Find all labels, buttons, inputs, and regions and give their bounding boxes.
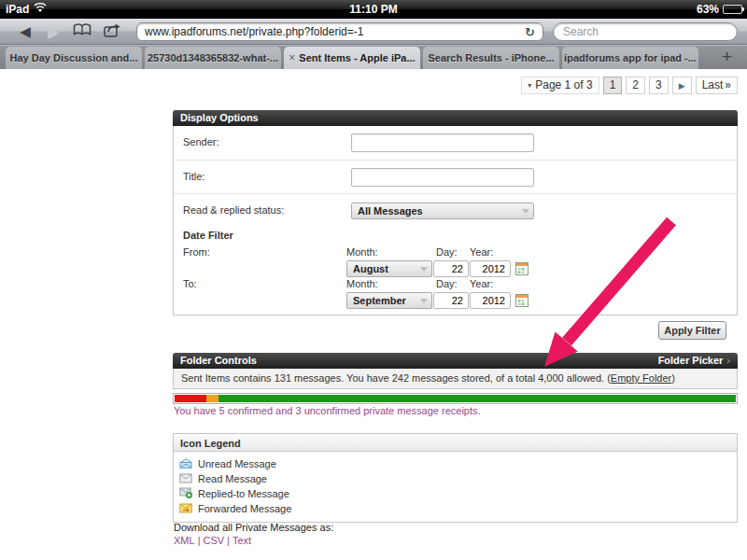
display-options-header: Display Options bbox=[173, 110, 738, 126]
usage-segment-warning bbox=[206, 395, 218, 402]
share-button[interactable] bbox=[97, 22, 127, 41]
to-label: To: bbox=[183, 278, 197, 289]
legend-item-replied: Replied-to Message bbox=[179, 486, 731, 501]
page-content: ▾ Page 1 of 3 1 2 3 ▶ Last» Display Opti… bbox=[0, 69, 747, 560]
search-input[interactable] bbox=[553, 22, 738, 41]
sender-label: Sender: bbox=[183, 136, 219, 147]
sender-input[interactable] bbox=[351, 133, 534, 152]
download-section: Download all Private Messages as: XML|CS… bbox=[174, 521, 333, 547]
page-3-button[interactable]: 3 bbox=[649, 77, 669, 94]
chevron-down-icon bbox=[416, 293, 431, 308]
from-month-select[interactable]: August bbox=[346, 260, 432, 277]
calendar-icon[interactable] bbox=[515, 262, 529, 275]
legend-label: Unread Message bbox=[198, 458, 276, 469]
legend-item-read: Read Message bbox=[179, 471, 731, 486]
download-text-link[interactable]: Text bbox=[233, 535, 251, 546]
tab-sent-items-active[interactable]: × Sent Items - Apple iPa... bbox=[284, 47, 420, 69]
page-info-dropdown[interactable]: ▾ Page 1 of 3 bbox=[521, 77, 599, 94]
to-month-select[interactable]: September bbox=[346, 292, 432, 309]
icon-legend-header: Icon Legend bbox=[173, 433, 738, 452]
next-page-button[interactable]: ▶ bbox=[672, 77, 692, 94]
page-info-label: Page 1 of 3 bbox=[535, 77, 592, 93]
reload-icon[interactable]: ↻ bbox=[525, 25, 535, 39]
replied-message-icon bbox=[179, 487, 192, 500]
from-year-input[interactable] bbox=[470, 260, 511, 277]
next-page-icon: ▶ bbox=[679, 81, 685, 91]
separator: | bbox=[198, 535, 201, 546]
legend-item-forwarded: Forwarded Message bbox=[179, 501, 731, 516]
book-icon bbox=[73, 23, 92, 40]
page-2-button[interactable]: 2 bbox=[626, 77, 645, 94]
folder-controls-panel: Folder Controls Folder Picker › Sent Ite… bbox=[173, 353, 738, 404]
download-csv-link[interactable]: CSV bbox=[203, 535, 224, 546]
unread-message-icon bbox=[179, 458, 192, 470]
tab-label: Sent Items - Apple iPa... bbox=[299, 52, 415, 63]
back-button[interactable]: ◀ bbox=[11, 23, 39, 40]
legend-label: Forwarded Message bbox=[198, 503, 291, 514]
icon-legend-panel: Icon Legend Unread Message bbox=[173, 433, 738, 523]
last-page-button[interactable]: Last» bbox=[696, 77, 738, 94]
tab-search-results[interactable]: Search Results - iPhone... bbox=[423, 47, 559, 69]
date-filter-panel: Date Filter From: Month: Day: Year: Augu… bbox=[173, 224, 738, 315]
download-xml-link[interactable]: XML bbox=[174, 535, 195, 546]
title-label: Title: bbox=[183, 171, 204, 182]
url-text: www.ipadforums.net/private.php?folderid=… bbox=[145, 25, 525, 38]
to-day-input[interactable] bbox=[433, 292, 469, 309]
search-field[interactable] bbox=[553, 22, 738, 41]
download-label: Download all Private Messages as: bbox=[174, 521, 333, 534]
tab-25730d[interactable]: 25730d1348365832-what-... bbox=[145, 47, 281, 69]
month-label: Month: bbox=[346, 246, 378, 258]
folder-controls-header: Folder Controls Folder Picker › bbox=[173, 353, 738, 369]
storage-usage-bar bbox=[173, 393, 738, 404]
read-message-icon bbox=[179, 473, 192, 485]
day-label: Day: bbox=[436, 246, 458, 258]
display-options-panel: Display Options Sender: Title: Read & re… bbox=[173, 110, 738, 228]
chevron-down-icon: ▾ bbox=[528, 77, 531, 93]
to-year-input[interactable] bbox=[470, 292, 511, 309]
tab-hay-day[interactable]: Hay Day Discussion and... bbox=[6, 47, 142, 69]
apply-filter-button[interactable]: Apply Filter bbox=[658, 321, 726, 340]
legend-item-unread: Unread Message bbox=[179, 456, 731, 471]
chevron-down-icon bbox=[416, 261, 431, 276]
tab-bar: Hay Day Discussion and... 25730d13483658… bbox=[0, 45, 747, 69]
summary-text: ) bbox=[671, 372, 675, 384]
status-select-value: All Messages bbox=[352, 205, 518, 217]
url-bar[interactable]: www.ipadforums.net/private.php?folderid=… bbox=[136, 22, 543, 41]
title-row: Title: bbox=[174, 160, 737, 193]
title-input[interactable] bbox=[351, 168, 534, 187]
year-label: Year: bbox=[470, 278, 493, 289]
day-label: Day: bbox=[436, 278, 458, 289]
panel-title: Display Options bbox=[180, 110, 259, 126]
date-filter-title: Date Filter bbox=[183, 230, 233, 241]
close-tab-icon[interactable]: × bbox=[289, 51, 295, 64]
last-label: Last bbox=[702, 78, 724, 91]
status-select[interactable]: All Messages bbox=[351, 203, 534, 219]
folder-picker-button[interactable]: Folder Picker › bbox=[658, 353, 730, 369]
screen: iPad 11:10 PM 63% ◀ ▶ bbox=[0, 0, 747, 560]
month-label: Month: bbox=[346, 278, 378, 289]
page-1-button[interactable]: 1 bbox=[603, 77, 623, 94]
tab-label: Hay Day Discussion and... bbox=[10, 52, 138, 63]
forward-button[interactable]: ▶ bbox=[39, 23, 67, 40]
browser-toolbar: ◀ ▶ www.ipadforums.net/private.php?folde… bbox=[0, 19, 747, 45]
legend-label: Replied-to Message bbox=[198, 488, 289, 499]
empty-folder-link[interactable]: Empty Folder bbox=[611, 372, 671, 384]
sender-row: Sender: bbox=[174, 126, 737, 160]
separator: | bbox=[227, 535, 230, 546]
bookmarks-button[interactable] bbox=[67, 23, 97, 40]
forwarded-message-icon bbox=[179, 503, 192, 515]
folder-picker-label: Folder Picker bbox=[658, 353, 724, 369]
year-label: Year: bbox=[470, 246, 493, 258]
status-bar: iPad 11:10 PM 63% bbox=[0, 0, 747, 19]
battery-percent: 63% bbox=[697, 3, 719, 16]
new-tab-button[interactable]: + bbox=[722, 47, 741, 69]
status-label: Read & replied status: bbox=[183, 204, 284, 216]
panel-title: Folder Controls bbox=[180, 353, 257, 369]
usage-segment-danger bbox=[175, 395, 206, 402]
status-row: Read & replied status: All Messages bbox=[174, 193, 737, 227]
to-month-value: September bbox=[347, 295, 416, 306]
tab-ipadforums-app[interactable]: ipadforums app for ipad -... bbox=[562, 47, 698, 69]
calendar-icon[interactable] bbox=[515, 294, 529, 307]
clock: 11:10 PM bbox=[0, 3, 747, 16]
from-day-input[interactable] bbox=[433, 260, 469, 277]
